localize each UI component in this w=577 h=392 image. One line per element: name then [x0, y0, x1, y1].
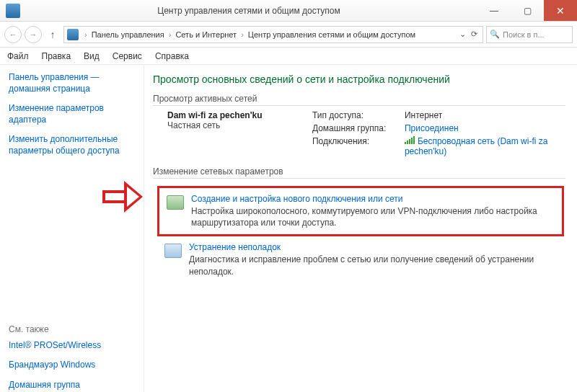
homegroup-link[interactable]: Присоединен [405, 123, 565, 133]
homegroup-label: Домашняя группа: [312, 123, 399, 133]
chevron-right-icon: › [239, 30, 245, 39]
menu-service[interactable]: Сервис [113, 51, 142, 61]
toolbar: ← → ↑ › Панель управления › Сеть и Интер… [0, 22, 577, 48]
connections-label: Подключения: [312, 136, 399, 156]
dropdown-chevron-icon[interactable]: ⌄ [457, 30, 468, 39]
sidebar-link-home[interactable]: Панель управления — домашняя страница [9, 72, 135, 94]
breadcrumb-item[interactable]: Сеть и Интернет [172, 30, 239, 39]
sidebar-link-firewall[interactable]: Брандмауэр Windows [9, 360, 135, 371]
up-button[interactable]: ↑ [45, 27, 61, 43]
connection-link[interactable]: Беспроводная сеть (Dam wi-fi za pechen'k… [405, 136, 565, 156]
close-button[interactable]: ✕ [544, 0, 577, 21]
new-connection-icon [167, 195, 184, 210]
sidebar-link-sharing[interactable]: Изменить дополнительные параметры общего… [9, 134, 135, 156]
new-connection-desc: Настройка широкополосного, коммутируемог… [191, 205, 555, 228]
troubleshoot-desc: Диагностика и исправление проблем с сеть… [189, 254, 558, 277]
search-icon: 🔍 [490, 30, 500, 39]
chevron-right-icon: › [83, 30, 89, 39]
main-panel: Просмотр основных сведений о сети и наст… [144, 65, 577, 392]
sidebar-link-adapter[interactable]: Изменение параметров адаптера [9, 103, 135, 125]
network-type: Частная сеть [167, 120, 298, 130]
menubar: Файл Правка Вид Сервис Справка [0, 48, 577, 65]
sidebar: Панель управления — домашняя страница Из… [0, 65, 144, 392]
breadcrumb-item[interactable]: Центр управления сетями и общим доступом [245, 30, 418, 39]
app-icon [6, 4, 20, 18]
search-input[interactable]: 🔍 Поиск в п... [486, 26, 573, 43]
menu-help[interactable]: Справка [155, 51, 189, 61]
access-type-value: Интернет [405, 110, 565, 120]
maximize-button[interactable]: ▢ [511, 0, 544, 21]
chevron-right-icon: › [167, 30, 173, 39]
forward-button[interactable]: → [25, 26, 42, 43]
menu-edit[interactable]: Правка [42, 51, 71, 61]
sidebar-see-also-header: См. также [9, 324, 135, 334]
titlebar: Центр управления сетями и общим доступом… [0, 0, 577, 22]
minimize-button[interactable]: — [477, 0, 511, 21]
highlight-annotation: Создание и настройка нового подключения … [157, 186, 564, 236]
address-bar[interactable]: › Панель управления › Сеть и Интернет › … [63, 26, 483, 43]
main-heading: Просмотр основных сведений о сети и наст… [153, 74, 565, 85]
wifi-signal-icon [405, 137, 415, 144]
network-name: Dam wi-fi za pechen'ku [167, 110, 298, 120]
troubleshoot-icon [164, 244, 182, 258]
menu-view[interactable]: Вид [84, 51, 100, 61]
new-connection-link[interactable]: Создание и настройка нового подключения … [191, 194, 555, 204]
sidebar-link-homegroup[interactable]: Домашняя группа [9, 380, 135, 391]
active-networks-label: Просмотр активных сетей [153, 94, 565, 104]
sidebar-link-intel[interactable]: Intel® PROSet/Wireless [9, 340, 135, 352]
back-button[interactable]: ← [4, 26, 22, 43]
network-icon [67, 29, 79, 40]
troubleshoot-link[interactable]: Устранение неполадок [189, 242, 558, 252]
menu-file[interactable]: Файл [7, 51, 29, 61]
breadcrumb-item[interactable]: Панель управления [89, 30, 167, 39]
refresh-icon[interactable]: ⟳ [468, 30, 480, 39]
change-settings-label: Изменение сетевых параметров [153, 166, 565, 177]
connection-name: Беспроводная сеть (Dam wi-fi za pechen'k… [405, 136, 548, 156]
window-title: Центр управления сетями и общим доступом [20, 6, 477, 16]
access-type-label: Тип доступа: [312, 110, 399, 120]
search-placeholder: Поиск в п... [503, 30, 545, 39]
